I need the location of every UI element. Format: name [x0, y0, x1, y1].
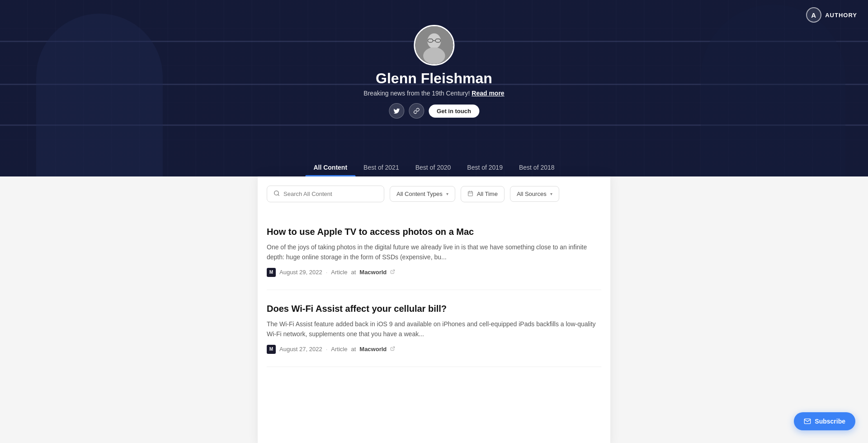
subscribe-icon — [804, 418, 811, 425]
article-excerpt: The Wi-Fi Assist feature added back in i… — [267, 319, 601, 339]
svg-rect-8 — [468, 191, 472, 196]
article-meta: M August 27, 2022 · Article at Macworld — [267, 345, 601, 354]
tab-best-2020[interactable]: Best of 2020 — [407, 158, 459, 176]
nav-tabs: All Content Best of 2021 Best of 2020 Be… — [305, 158, 562, 176]
twitter-button[interactable] — [389, 103, 404, 119]
author-section: Glenn Fleishman Breaking news from the 1… — [363, 25, 504, 119]
source-badge: M — [267, 345, 276, 354]
tab-best-2019[interactable]: Best of 2019 — [459, 158, 511, 176]
content-type-dropdown[interactable]: All Content Types ▾ — [390, 186, 455, 202]
main-card: All Content Types ▾ All Time All Sources — [258, 176, 610, 443]
chevron-down-icon-sources: ▾ — [550, 191, 552, 196]
article-item: Does Wi-Fi Assist affect your cellular b… — [267, 290, 601, 367]
article-date: August 27, 2022 — [279, 346, 322, 352]
svg-point-1 — [427, 33, 441, 49]
avatar — [414, 25, 454, 66]
article-meta: M August 29, 2022 · Article at Macworld — [267, 268, 601, 277]
article-item: How to use Apple TV to access photos on … — [267, 213, 601, 290]
svg-point-2 — [423, 48, 445, 64]
article-type: Article — [331, 269, 347, 276]
tab-best-2021[interactable]: Best of 2021 — [355, 158, 407, 176]
svg-line-12 — [392, 270, 395, 272]
search-input[interactable] — [283, 191, 377, 197]
article-title[interactable]: Does Wi-Fi Assist affect your cellular b… — [267, 303, 601, 314]
author-actions: Get in touch — [389, 103, 479, 119]
search-icon — [274, 190, 280, 198]
get-in-touch-button[interactable]: Get in touch — [429, 105, 479, 118]
article-excerpt: One of the joys of taking photos in the … — [267, 242, 601, 262]
person-left-silhouette — [36, 14, 163, 176]
source-badge: M — [267, 268, 276, 277]
external-link-icon[interactable] — [390, 346, 395, 352]
time-dropdown[interactable]: All Time — [461, 186, 505, 202]
article-source: Macworld — [359, 346, 387, 352]
articles-list: How to use Apple TV to access photos on … — [267, 213, 601, 367]
avatar-placeholder — [415, 26, 453, 64]
tab-all-content[interactable]: All Content — [305, 158, 355, 176]
authory-logo-circle: A — [806, 7, 821, 23]
link-button[interactable] — [409, 103, 424, 119]
hero-section: A AUTHORY Glenn Fleishman Breaking new — [0, 0, 868, 176]
svg-line-13 — [392, 347, 395, 349]
filters-bar: All Content Types ▾ All Time All Sources — [267, 176, 601, 213]
article-source: Macworld — [359, 269, 387, 276]
author-bio: Breaking news from the 19th Century! Rea… — [363, 90, 504, 97]
tab-best-2018[interactable]: Best of 2018 — [511, 158, 563, 176]
main-content: All Content Types ▾ All Time All Sources — [258, 176, 610, 443]
author-name: Glenn Fleishman — [376, 70, 492, 87]
article-title[interactable]: How to use Apple TV to access photos on … — [267, 226, 601, 238]
chevron-down-icon: ▾ — [446, 191, 448, 196]
read-more-link[interactable]: Read more — [472, 90, 504, 97]
article-type: Article — [331, 346, 347, 352]
external-link-icon[interactable] — [390, 269, 395, 275]
authory-logo: A AUTHORY — [806, 7, 857, 23]
article-date: August 29, 2022 — [279, 269, 322, 276]
subscribe-button[interactable]: Subscribe — [794, 412, 855, 430]
calendar-icon — [467, 191, 473, 198]
person-right-silhouette — [701, 5, 845, 176]
search-box[interactable] — [267, 186, 384, 202]
svg-line-7 — [278, 195, 279, 196]
sources-dropdown[interactable]: All Sources ▾ — [510, 186, 559, 202]
